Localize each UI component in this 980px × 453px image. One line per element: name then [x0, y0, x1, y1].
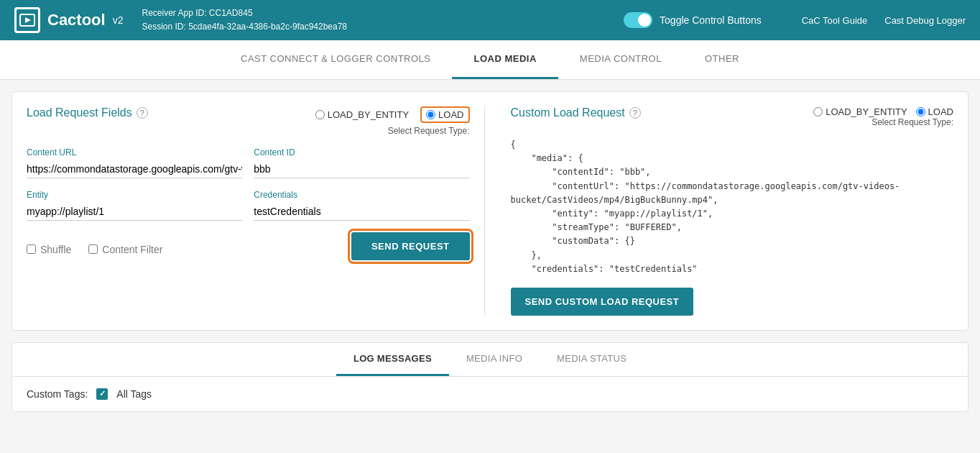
logo-icon — [14, 7, 40, 33]
receiver-app-id: Receiver App ID: CC1AD845 — [142, 6, 347, 20]
svg-marker-1 — [25, 17, 31, 23]
logo: Cactool v2 — [14, 7, 123, 33]
content-url-input[interactable] — [27, 160, 242, 178]
radio-group-right: LOAD_BY_ENTITY LOAD — [813, 106, 953, 117]
main-content: Load Request Fields ? LOAD_BY_ENTITY LOA… — [0, 80, 980, 424]
toggle-switch[interactable] — [624, 12, 652, 28]
content-id-input[interactable] — [254, 160, 469, 178]
json-display: { "media": { "contentId": "bbb", "conten… — [511, 138, 954, 276]
right-panel: Custom Load Request ? LOAD_BY_ENTITY LOA… — [496, 106, 954, 316]
content-filter-checkbox[interactable] — [88, 244, 98, 254]
credentials-group: Credentials — [254, 190, 469, 221]
shuffle-checkbox-label[interactable]: Shuffle — [27, 244, 71, 255]
help-icon-left[interactable]: ? — [137, 107, 148, 119]
session-id: Session ID: 5cdae4fa-32aa-4386-ba2c-9fac… — [142, 20, 347, 34]
entity-label: Entity — [27, 190, 242, 200]
nav-tabs: CAST CONNECT & LOGGER CONTROLS LOAD MEDI… — [0, 40, 980, 80]
all-tags-label: All Tags — [116, 388, 152, 400]
help-icon-right[interactable]: ? — [629, 107, 641, 119]
tab-media-status[interactable]: MEDIA STATUS — [540, 343, 644, 376]
radio-load-left[interactable]: LOAD — [420, 106, 469, 123]
send-request-button[interactable]: SEND REQUEST — [351, 232, 470, 260]
credentials-input[interactable] — [254, 203, 469, 221]
send-custom-load-request-button[interactable]: SEND CUSTOM LOAD REQUEST — [511, 288, 694, 316]
tab-load-media[interactable]: LOAD MEDIA — [452, 40, 558, 79]
entity-group: Entity — [27, 190, 242, 221]
custom-load-title-area: Custom Load Request ? — [511, 106, 641, 131]
header-links: CaC Tool Guide Cast Debug Logger — [802, 15, 966, 26]
tab-media-info[interactable]: MEDIA INFO — [449, 343, 540, 376]
left-panel-title: Load Request Fields ? — [27, 106, 148, 119]
bottom-content: Custom Tags: All Tags — [12, 377, 968, 411]
custom-tags-label: Custom Tags: — [27, 388, 88, 400]
radio-group-right-wrapper: LOAD_BY_ENTITY LOAD Select Request Type: — [813, 106, 953, 127]
radio-load-by-entity-right[interactable]: LOAD_BY_ENTITY — [813, 106, 907, 117]
radio-group-top: LOAD_BY_ENTITY LOAD — [315, 106, 470, 123]
select-request-type-left: Select Request Type: — [315, 126, 470, 136]
field-row-2: Entity Credentials — [27, 190, 470, 221]
content-id-group: Content ID — [254, 147, 469, 178]
entity-input[interactable] — [27, 203, 242, 221]
content-url-group: Content URL — [27, 147, 242, 178]
panels-row: Load Request Fields ? LOAD_BY_ENTITY LOA… — [11, 91, 969, 331]
right-panel-title: Custom Load Request ? — [511, 106, 641, 119]
tab-cast-connect[interactable]: CAST CONNECT & LOGGER CONTROLS — [219, 40, 452, 79]
radio-load-right[interactable]: LOAD — [916, 106, 953, 117]
logo-version: v2 — [113, 14, 124, 26]
custom-load-header: Custom Load Request ? LOAD_BY_ENTITY LOA… — [511, 106, 954, 131]
credentials-label: Credentials — [254, 190, 469, 200]
all-tags-checkbox[interactable] — [96, 388, 108, 400]
toggle-area: Toggle Control Buttons — [624, 12, 762, 28]
toggle-label: Toggle Control Buttons — [660, 14, 762, 26]
content-id-label: Content ID — [254, 147, 469, 157]
tab-other[interactable]: OTHER — [683, 40, 761, 79]
content-filter-checkbox-label[interactable]: Content Filter — [88, 244, 162, 255]
app-header: Cactool v2 Receiver App ID: CC1AD845 Ses… — [0, 0, 980, 40]
logo-text: Cactool — [47, 11, 106, 29]
tab-media-control[interactable]: MEDIA CONTROL — [558, 40, 683, 79]
cast-debug-logger-link[interactable]: Cast Debug Logger — [884, 15, 966, 26]
checkboxes-row: Shuffle Content Filter — [27, 244, 162, 255]
tab-log-messages[interactable]: LOG MESSAGES — [336, 343, 449, 376]
select-request-type-right: Select Request Type: — [813, 117, 953, 127]
bottom-section: LOG MESSAGES MEDIA INFO MEDIA STATUS Cus… — [11, 342, 969, 412]
cac-tool-guide-link[interactable]: CaC Tool Guide — [802, 15, 868, 26]
left-panel: Load Request Fields ? LOAD_BY_ENTITY LOA… — [27, 106, 485, 316]
bottom-tabs: LOG MESSAGES MEDIA INFO MEDIA STATUS — [12, 343, 968, 377]
shuffle-checkbox[interactable] — [27, 244, 36, 254]
field-row-1: Content URL Content ID — [27, 147, 470, 178]
header-info: Receiver App ID: CC1AD845 Session ID: 5c… — [142, 6, 347, 34]
radio-load-by-entity-left[interactable]: LOAD_BY_ENTITY — [315, 109, 409, 120]
content-url-label: Content URL — [27, 147, 242, 157]
